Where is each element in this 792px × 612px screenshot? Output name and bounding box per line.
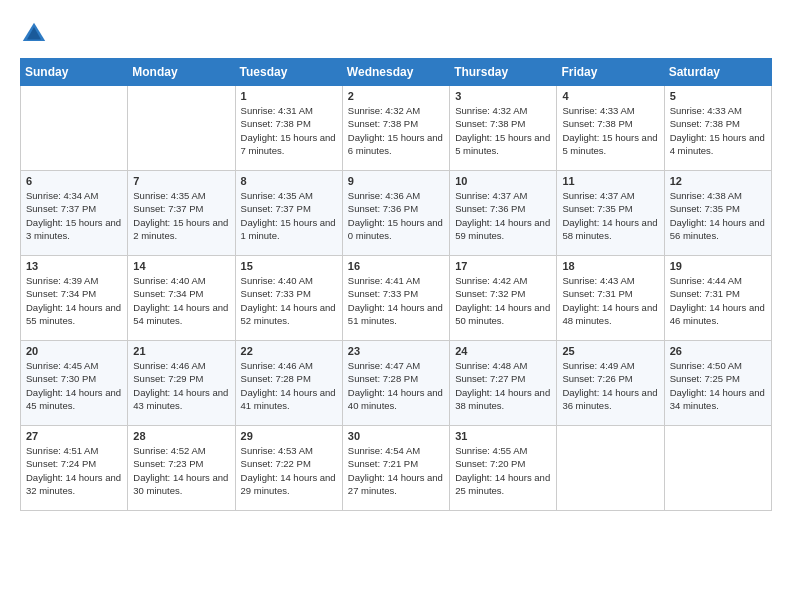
day-info: Sunrise: 4:32 AM Sunset: 7:38 PM Dayligh… [455, 104, 551, 157]
calendar-day-cell: 31Sunrise: 4:55 AM Sunset: 7:20 PM Dayli… [450, 426, 557, 511]
day-info: Sunrise: 4:37 AM Sunset: 7:36 PM Dayligh… [455, 189, 551, 242]
day-number: 3 [455, 90, 551, 102]
calendar-day-cell: 5Sunrise: 4:33 AM Sunset: 7:38 PM Daylig… [664, 86, 771, 171]
day-info: Sunrise: 4:34 AM Sunset: 7:37 PM Dayligh… [26, 189, 122, 242]
weekday-header-cell: Friday [557, 59, 664, 86]
day-info: Sunrise: 4:37 AM Sunset: 7:35 PM Dayligh… [562, 189, 658, 242]
calendar-day-cell: 8Sunrise: 4:35 AM Sunset: 7:37 PM Daylig… [235, 171, 342, 256]
calendar-day-cell: 26Sunrise: 4:50 AM Sunset: 7:25 PM Dayli… [664, 341, 771, 426]
calendar-day-cell: 2Sunrise: 4:32 AM Sunset: 7:38 PM Daylig… [342, 86, 449, 171]
day-info: Sunrise: 4:43 AM Sunset: 7:31 PM Dayligh… [562, 274, 658, 327]
day-info: Sunrise: 4:52 AM Sunset: 7:23 PM Dayligh… [133, 444, 229, 497]
calendar-day-cell: 19Sunrise: 4:44 AM Sunset: 7:31 PM Dayli… [664, 256, 771, 341]
calendar-day-cell [664, 426, 771, 511]
logo-icon [20, 20, 48, 48]
weekday-header-row: SundayMondayTuesdayWednesdayThursdayFrid… [21, 59, 772, 86]
calendar-day-cell: 1Sunrise: 4:31 AM Sunset: 7:38 PM Daylig… [235, 86, 342, 171]
day-number: 17 [455, 260, 551, 272]
day-info: Sunrise: 4:48 AM Sunset: 7:27 PM Dayligh… [455, 359, 551, 412]
day-number: 5 [670, 90, 766, 102]
calendar-day-cell: 13Sunrise: 4:39 AM Sunset: 7:34 PM Dayli… [21, 256, 128, 341]
day-number: 12 [670, 175, 766, 187]
calendar-week-row: 13Sunrise: 4:39 AM Sunset: 7:34 PM Dayli… [21, 256, 772, 341]
calendar-day-cell: 11Sunrise: 4:37 AM Sunset: 7:35 PM Dayli… [557, 171, 664, 256]
calendar-day-cell: 6Sunrise: 4:34 AM Sunset: 7:37 PM Daylig… [21, 171, 128, 256]
day-info: Sunrise: 4:55 AM Sunset: 7:20 PM Dayligh… [455, 444, 551, 497]
calendar-day-cell: 7Sunrise: 4:35 AM Sunset: 7:37 PM Daylig… [128, 171, 235, 256]
day-number: 29 [241, 430, 337, 442]
calendar-day-cell: 21Sunrise: 4:46 AM Sunset: 7:29 PM Dayli… [128, 341, 235, 426]
day-number: 9 [348, 175, 444, 187]
weekday-header-cell: Thursday [450, 59, 557, 86]
calendar-day-cell: 29Sunrise: 4:53 AM Sunset: 7:22 PM Dayli… [235, 426, 342, 511]
calendar-day-cell: 17Sunrise: 4:42 AM Sunset: 7:32 PM Dayli… [450, 256, 557, 341]
calendar-day-cell: 23Sunrise: 4:47 AM Sunset: 7:28 PM Dayli… [342, 341, 449, 426]
calendar-day-cell: 9Sunrise: 4:36 AM Sunset: 7:36 PM Daylig… [342, 171, 449, 256]
day-info: Sunrise: 4:35 AM Sunset: 7:37 PM Dayligh… [133, 189, 229, 242]
calendar-week-row: 27Sunrise: 4:51 AM Sunset: 7:24 PM Dayli… [21, 426, 772, 511]
calendar-day-cell: 15Sunrise: 4:40 AM Sunset: 7:33 PM Dayli… [235, 256, 342, 341]
day-info: Sunrise: 4:47 AM Sunset: 7:28 PM Dayligh… [348, 359, 444, 412]
day-number: 13 [26, 260, 122, 272]
day-number: 22 [241, 345, 337, 357]
day-info: Sunrise: 4:32 AM Sunset: 7:38 PM Dayligh… [348, 104, 444, 157]
calendar-table: SundayMondayTuesdayWednesdayThursdayFrid… [20, 58, 772, 511]
calendar-week-row: 1Sunrise: 4:31 AM Sunset: 7:38 PM Daylig… [21, 86, 772, 171]
day-number: 2 [348, 90, 444, 102]
day-number: 28 [133, 430, 229, 442]
day-number: 16 [348, 260, 444, 272]
day-info: Sunrise: 4:39 AM Sunset: 7:34 PM Dayligh… [26, 274, 122, 327]
day-number: 14 [133, 260, 229, 272]
day-info: Sunrise: 4:50 AM Sunset: 7:25 PM Dayligh… [670, 359, 766, 412]
day-number: 19 [670, 260, 766, 272]
calendar-day-cell: 12Sunrise: 4:38 AM Sunset: 7:35 PM Dayli… [664, 171, 771, 256]
calendar-day-cell [128, 86, 235, 171]
day-number: 18 [562, 260, 658, 272]
day-number: 27 [26, 430, 122, 442]
calendar-day-cell: 4Sunrise: 4:33 AM Sunset: 7:38 PM Daylig… [557, 86, 664, 171]
day-info: Sunrise: 4:33 AM Sunset: 7:38 PM Dayligh… [562, 104, 658, 157]
calendar-day-cell: 30Sunrise: 4:54 AM Sunset: 7:21 PM Dayli… [342, 426, 449, 511]
logo [20, 20, 52, 48]
day-number: 10 [455, 175, 551, 187]
day-number: 7 [133, 175, 229, 187]
day-info: Sunrise: 4:42 AM Sunset: 7:32 PM Dayligh… [455, 274, 551, 327]
day-info: Sunrise: 4:33 AM Sunset: 7:38 PM Dayligh… [670, 104, 766, 157]
calendar-day-cell: 3Sunrise: 4:32 AM Sunset: 7:38 PM Daylig… [450, 86, 557, 171]
day-info: Sunrise: 4:53 AM Sunset: 7:22 PM Dayligh… [241, 444, 337, 497]
day-number: 24 [455, 345, 551, 357]
day-number: 25 [562, 345, 658, 357]
day-info: Sunrise: 4:46 AM Sunset: 7:29 PM Dayligh… [133, 359, 229, 412]
calendar-day-cell: 25Sunrise: 4:49 AM Sunset: 7:26 PM Dayli… [557, 341, 664, 426]
calendar-day-cell: 22Sunrise: 4:46 AM Sunset: 7:28 PM Dayli… [235, 341, 342, 426]
calendar-day-cell: 16Sunrise: 4:41 AM Sunset: 7:33 PM Dayli… [342, 256, 449, 341]
calendar-day-cell: 20Sunrise: 4:45 AM Sunset: 7:30 PM Dayli… [21, 341, 128, 426]
day-info: Sunrise: 4:40 AM Sunset: 7:34 PM Dayligh… [133, 274, 229, 327]
day-info: Sunrise: 4:51 AM Sunset: 7:24 PM Dayligh… [26, 444, 122, 497]
weekday-header-cell: Monday [128, 59, 235, 86]
day-number: 4 [562, 90, 658, 102]
day-info: Sunrise: 4:54 AM Sunset: 7:21 PM Dayligh… [348, 444, 444, 497]
page-header [20, 20, 772, 48]
day-info: Sunrise: 4:49 AM Sunset: 7:26 PM Dayligh… [562, 359, 658, 412]
calendar-day-cell: 27Sunrise: 4:51 AM Sunset: 7:24 PM Dayli… [21, 426, 128, 511]
day-number: 11 [562, 175, 658, 187]
day-number: 23 [348, 345, 444, 357]
calendar-day-cell: 14Sunrise: 4:40 AM Sunset: 7:34 PM Dayli… [128, 256, 235, 341]
day-number: 31 [455, 430, 551, 442]
calendar-week-row: 6Sunrise: 4:34 AM Sunset: 7:37 PM Daylig… [21, 171, 772, 256]
weekday-header-cell: Wednesday [342, 59, 449, 86]
calendar-day-cell [21, 86, 128, 171]
day-number: 6 [26, 175, 122, 187]
day-number: 21 [133, 345, 229, 357]
day-number: 26 [670, 345, 766, 357]
day-info: Sunrise: 4:31 AM Sunset: 7:38 PM Dayligh… [241, 104, 337, 157]
calendar-day-cell: 18Sunrise: 4:43 AM Sunset: 7:31 PM Dayli… [557, 256, 664, 341]
day-number: 8 [241, 175, 337, 187]
day-number: 15 [241, 260, 337, 272]
day-info: Sunrise: 4:40 AM Sunset: 7:33 PM Dayligh… [241, 274, 337, 327]
weekday-header-cell: Sunday [21, 59, 128, 86]
calendar-body: 1Sunrise: 4:31 AM Sunset: 7:38 PM Daylig… [21, 86, 772, 511]
weekday-header-cell: Saturday [664, 59, 771, 86]
weekday-header-cell: Tuesday [235, 59, 342, 86]
